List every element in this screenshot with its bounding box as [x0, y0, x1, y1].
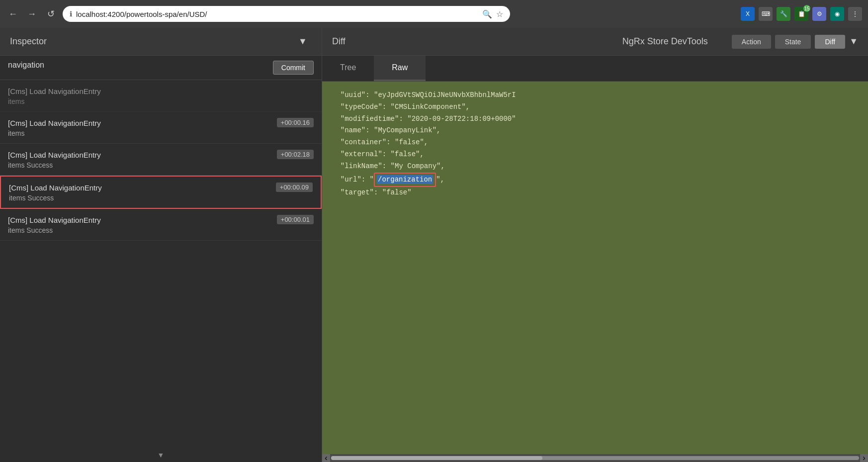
- list-item[interactable]: [Cms] Load NavigationEntry items: [0, 80, 322, 112]
- devtools: Inspector ▼ navigation Commit [Cms] Load…: [0, 28, 868, 462]
- list-item[interactable]: [Cms] Load NavigationEntry +00:00.16 ite…: [0, 112, 322, 144]
- inspector-title: Inspector: [10, 36, 47, 47]
- action-sub: items Success: [8, 226, 314, 234]
- action-name: [Cms] Load NavigationEntry: [8, 215, 101, 225]
- tab-tree[interactable]: Tree: [322, 56, 374, 81]
- commit-label: navigation: [8, 61, 268, 70]
- json-url-label: "url": ": [341, 176, 374, 184]
- action-name: [Cms] Load NavigationEntry: [8, 150, 101, 160]
- json-line-8: "url": "/organization",: [332, 173, 858, 187]
- browser-extensions: X ⌨ 🔧 📋15 ⚙ ◉ ⋮: [741, 7, 862, 21]
- action-list: [Cms] Load NavigationEntry items [Cms] L…: [0, 80, 322, 448]
- url-value-highlight: /organization: [374, 173, 436, 187]
- json-line-5: "container": "false",: [332, 137, 858, 149]
- json-line-1: "uuid": "eyJpdGVtSWQiOiJNeUNvbXBhbnlMaW5…: [332, 90, 858, 101]
- json-line-2: "typeCode": "CMSLinkComponent",: [332, 101, 858, 113]
- tab-raw[interactable]: Raw: [374, 56, 426, 81]
- action-sub: items Success: [8, 161, 314, 169]
- json-line-4: "name": "MyCompanyLink",: [332, 125, 858, 137]
- commit-section: navigation Commit: [0, 56, 322, 80]
- action-time: +00:00.09: [276, 183, 313, 192]
- info-icon: ℹ: [70, 10, 72, 18]
- ext-2: ⌨: [759, 7, 773, 21]
- list-item[interactable]: [Cms] Load NavigationEntry +00:00.01 ite…: [0, 209, 322, 241]
- back-button[interactable]: ←: [6, 7, 20, 21]
- address-bar[interactable]: ℹ localhost:4200/powertools-spa/en/USD/ …: [63, 6, 510, 22]
- url-value: /organization: [377, 175, 433, 184]
- action-name: [Cms] Load NavigationEntry: [9, 183, 102, 193]
- sub-tabs: Tree Raw: [322, 56, 868, 82]
- browser-chrome: ← → ↺ ℹ localhost:4200/powertools-spa/en…: [0, 0, 868, 28]
- json-line-6: "external": "false",: [332, 149, 858, 161]
- action-sub: items: [8, 129, 314, 137]
- ext-5: ⚙: [812, 7, 826, 21]
- url-text: localhost:4200/powertools-spa/en/USD/: [76, 10, 207, 18]
- inspector-header: Inspector ▼: [0, 28, 322, 56]
- tab-state[interactable]: State: [775, 35, 811, 49]
- list-item[interactable]: [Cms] Load NavigationEntry +00:00.09 ite…: [0, 176, 322, 209]
- action-name: [Cms] Load NavigationEntry: [8, 118, 101, 128]
- h-scrollbar-track: [331, 456, 859, 460]
- json-line-7: "linkName": "My Company",: [332, 161, 858, 173]
- ext-6: ◉: [830, 7, 844, 21]
- json-line-3: "modifiedtime": "2020-09-28T22:18:09+000…: [332, 113, 858, 125]
- left-panel: Inspector ▼ navigation Commit [Cms] Load…: [0, 28, 322, 462]
- tab-action[interactable]: Action: [732, 35, 771, 49]
- action-name: [Cms] Load NavigationEntry: [8, 86, 101, 96]
- json-line-9: "target": "false": [332, 187, 858, 199]
- commit-button[interactable]: Commit: [273, 61, 314, 75]
- tab-diff[interactable]: Diff: [815, 35, 845, 49]
- refresh-button[interactable]: ↺: [44, 7, 58, 21]
- ext-7: ⋮: [848, 7, 862, 21]
- json-viewer[interactable]: "uuid": "eyJpdGVtSWQiOiJNeUNvbXBhbnlMaW5…: [322, 82, 868, 462]
- json-url-end: ",: [436, 176, 444, 184]
- action-time: +00:00.16: [277, 118, 314, 127]
- right-panel: Diff NgRx Store DevTools Action State Di…: [322, 28, 868, 462]
- json-content-area: "uuid": "eyJpdGVtSWQiOiJNeUNvbXBhbnlMaW5…: [322, 82, 868, 462]
- h-scrollbar[interactable]: ‹ ›: [322, 454, 868, 462]
- action-time: +00:00.01: [277, 215, 314, 224]
- inspector-dropdown[interactable]: ▼: [294, 33, 312, 51]
- action-time: +00:02.18: [277, 150, 314, 159]
- ext-4: 📋15: [794, 7, 808, 21]
- ngrx-dropdown[interactable]: ▼: [849, 36, 858, 47]
- list-item[interactable]: [Cms] Load NavigationEntry +00:02.18 ite…: [0, 144, 322, 176]
- ext-3: 🔧: [777, 7, 790, 21]
- forward-button[interactable]: →: [25, 7, 39, 21]
- ngrx-title: NgRx Store DevTools: [622, 36, 708, 47]
- diff-label: Diff: [332, 36, 346, 47]
- ngrx-header: Diff NgRx Store DevTools Action State Di…: [322, 28, 868, 56]
- scroll-left-btn[interactable]: ‹: [322, 454, 330, 462]
- h-scrollbar-thumb: [331, 456, 542, 460]
- star-icon: ☆: [496, 9, 503, 19]
- scroll-down-area: ▼: [0, 448, 322, 462]
- search-icon: 🔍: [482, 9, 492, 19]
- ext-1: X: [741, 7, 755, 21]
- scroll-down-icon: ▼: [158, 451, 165, 459]
- right-header-actions: NgRx Store DevTools Action State Diff ▼: [622, 35, 858, 49]
- action-sub: items Success: [9, 194, 313, 202]
- action-sub: items: [8, 97, 314, 105]
- scroll-right-btn[interactable]: ›: [860, 454, 868, 462]
